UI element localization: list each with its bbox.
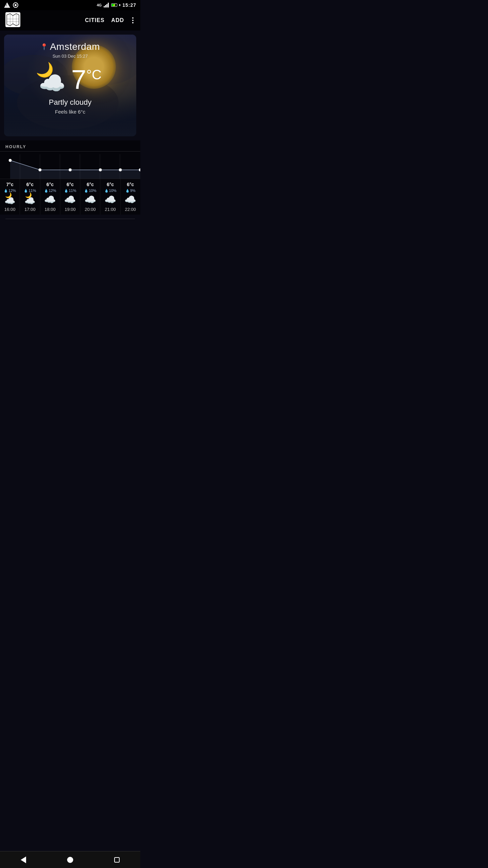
chart-area [0,152,140,179]
signal-icon [104,3,109,7]
city-name: Amsterdam [50,41,100,52]
location-pin-icon: 📍 [40,43,48,51]
hourly-col: 6°c💧10%☁️20:00 [80,179,100,215]
hourly-precip: 💧12% [44,189,56,193]
status-left-icons [4,2,18,8]
hourly-precip: 💧11% [64,189,76,193]
svg-point-15 [9,159,12,162]
drop-icon: 💧 [44,189,48,193]
hourly-temp: 6°c [66,182,74,187]
feels-like: Feels like 6°c [11,109,129,115]
hourly-time: 19:00 [65,207,76,212]
svg-rect-0 [104,6,105,7]
hourly-col: 7°c💧12%🌙☁️16:00 [0,179,20,215]
svg-rect-2 [106,4,107,7]
svg-point-19 [119,169,122,171]
hourly-time: 17:00 [24,207,36,212]
hourly-temp: 6°c [26,182,34,187]
hourly-col: 6°c💧11%🌙☁️17:00 [20,179,40,215]
warning-icon [4,2,10,8]
app-logo[interactable] [5,12,20,28]
main-weather-icon: 🌙 ☁️ [39,65,66,94]
temperature-display: 7°C [71,66,101,93]
app-bar: CITIES ADD [0,10,140,31]
hourly-weather-icon: 🌙☁️ [24,194,35,205]
hourly-precip: 💧10% [84,189,96,193]
hourly-precip: 💧9% [125,189,136,193]
network-type: 4G [97,3,102,7]
battery-icon: ⚡ [111,3,117,7]
status-right-icons: 4G ⚡ 15:27 [97,2,137,8]
hourly-time: 18:00 [44,207,56,212]
hourly-temp: 6°c [46,182,54,187]
city-date: Sun 03 Dec 15:27 [11,54,129,59]
hourly-weather-icon: 🌙☁️ [4,194,15,205]
city-name-row: 📍 Amsterdam [11,41,129,52]
svg-rect-3 [108,3,109,7]
temperature-row: 🌙 ☁️ 7°C [11,65,129,94]
clock: 15:27 [122,2,136,8]
svg-point-16 [39,169,41,171]
more-menu-button[interactable] [131,16,135,25]
hourly-col: 6°c💧12%☁️18:00 [40,179,60,215]
hourly-weather-icon: ☁️ [44,194,56,205]
record-icon [13,2,18,8]
hourly-temp: 6°c [127,182,134,187]
drop-icon: 💧 [24,189,28,193]
svg-rect-1 [105,5,106,7]
hourly-chart [0,154,140,179]
svg-point-17 [69,169,72,171]
drop-icon: 💧 [125,189,129,193]
status-bar: 4G ⚡ 15:27 [0,0,140,10]
add-button[interactable]: ADD [111,17,124,23]
hourly-time: 21:00 [105,207,116,212]
cities-button[interactable]: CITIES [85,17,105,23]
hourly-weather-icon: ☁️ [124,194,136,205]
svg-point-20 [139,169,140,171]
hourly-precip: 💧10% [104,189,117,193]
hourly-col: 6°c💧9%☁️22:00 [121,179,140,215]
weather-content: 📍 Amsterdam Sun 03 Dec 15:27 🌙 ☁️ 7°C Pa… [4,35,136,130]
temp-value: 7°C [71,64,101,95]
hourly-col: 6°c💧10%☁️21:00 [100,179,120,215]
hourly-weather-icon: ☁️ [104,194,116,205]
weather-card: 📍 Amsterdam Sun 03 Dec 15:27 🌙 ☁️ 7°C Pa… [4,35,136,136]
hourly-section: HOURLY 7°c💧12%🌙☁️16:006°c💧11%🌙☁️17:006 [0,140,140,215]
hourly-weather-icon: ☁️ [64,194,76,205]
app-bar-actions: CITIES ADD [85,16,135,25]
hourly-temp: 6°c [87,182,94,187]
drop-icon: 💧 [4,189,8,193]
hourly-header: HOURLY [0,140,140,152]
hourly-weather-icon: ☁️ [84,194,96,205]
weather-description: Partly cloudy [11,98,129,107]
hourly-temp: 6°c [107,182,114,187]
hourly-time: 20:00 [85,207,96,212]
hourly-temp: 7°c [6,182,14,187]
drop-icon: 💧 [84,189,88,193]
hourly-grid: 7°c💧12%🌙☁️16:006°c💧11%🌙☁️17:006°c💧12%☁️1… [0,179,140,215]
battery-tip [119,4,120,6]
hourly-time: 22:00 [125,207,136,212]
hourly-col: 6°c💧11%☁️19:00 [60,179,80,215]
drop-icon: 💧 [104,189,108,193]
hourly-time: 16:00 [4,207,16,212]
drop-icon: 💧 [64,189,68,193]
svg-point-18 [99,169,102,171]
